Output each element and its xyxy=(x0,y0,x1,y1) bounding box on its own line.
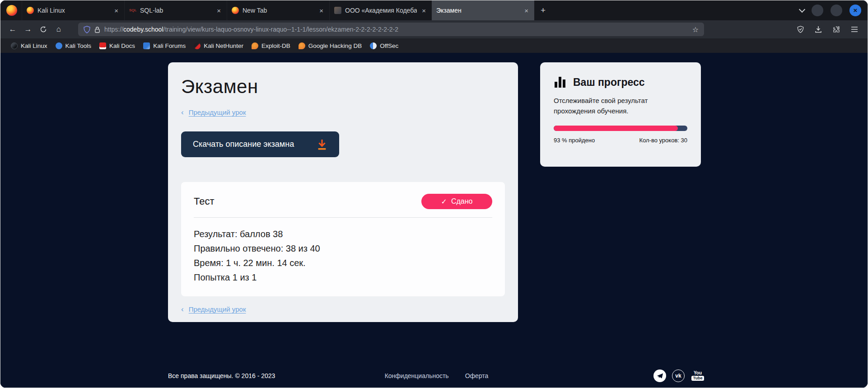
result-attempt-line: Попытка 1 из 1 xyxy=(194,273,492,282)
page-footer: Все права защищены. © 2016 - 2023 Конфид… xyxy=(168,369,705,382)
progress-percent-label: 93 % пройдено xyxy=(554,137,595,144)
firefox-logo-icon xyxy=(6,5,17,16)
page-title: Экзамен xyxy=(181,76,505,98)
bookmark-offsec[interactable]: OffSec xyxy=(366,40,402,51)
bookmark-label: Kali Forums xyxy=(153,42,186,49)
kali-tools-icon xyxy=(56,42,62,49)
divider xyxy=(194,217,492,218)
progress-bar-fill xyxy=(554,126,678,131)
bookmark-kali-nethunter[interactable]: Kali NetHunter xyxy=(190,40,247,51)
tab-kali-linux[interactable]: Kali Linux × xyxy=(22,0,124,20)
site-icon xyxy=(334,7,341,14)
bookmark-label: OffSec xyxy=(380,42,398,49)
previous-lesson-link-top[interactable]: ‹ Предыдущий урок xyxy=(181,108,505,116)
kali-nethunter-icon xyxy=(194,42,201,49)
tab-ekzamen-active[interactable]: Экзамен × xyxy=(432,0,534,20)
telegram-icon[interactable] xyxy=(653,369,666,382)
firefox-icon xyxy=(232,7,239,14)
sql-icon: SQL xyxy=(129,7,136,14)
url-bar[interactable]: https://codeby.school/training/view/kurs… xyxy=(78,23,704,36)
forward-button[interactable]: → xyxy=(20,23,36,36)
new-tab-button[interactable]: + xyxy=(534,5,552,15)
previous-lesson-label: Предыдущий урок xyxy=(189,108,246,116)
close-icon[interactable]: × xyxy=(318,7,325,14)
tab-title: ООО «Академия Кодеба xyxy=(345,7,417,14)
close-icon[interactable]: × xyxy=(420,7,427,14)
extensions-puzzle-icon[interactable] xyxy=(829,23,844,36)
check-icon: ✓ xyxy=(441,197,447,206)
bookmark-label: Exploit-DB xyxy=(261,42,290,49)
downloads-icon[interactable] xyxy=(811,23,826,36)
url-text: https://codeby.school/training/view/kurs… xyxy=(104,26,688,33)
tab-title: SQL-lab xyxy=(140,7,212,14)
bookmark-label: Google Hacking DB xyxy=(308,42,362,49)
tracking-shield-icon[interactable] xyxy=(84,26,90,33)
page-content: Экзамен ‹ Предыдущий урок Скачать описан… xyxy=(0,53,868,388)
bookmark-kali-tools[interactable]: Kali Tools xyxy=(51,40,96,51)
bookmark-label: Kali Linux xyxy=(21,42,47,49)
result-correct-line: Правильно отвечено: 38 из 40 xyxy=(194,244,492,253)
chevron-left-icon: ‹ xyxy=(181,108,184,116)
vk-icon[interactable]: vk xyxy=(672,369,685,382)
bookmarks-bar: Kali Linux Kali Tools Kali Docs Kali For… xyxy=(0,38,868,53)
badge-label: Сдано xyxy=(451,197,473,206)
close-icon[interactable]: × xyxy=(113,7,120,14)
tab-bar: Kali Linux × SQL SQL-lab × New Tab × ООО… xyxy=(0,0,868,20)
bookmark-label: Kali NetHunter xyxy=(204,42,243,49)
youtube-icon[interactable]: You Tube xyxy=(691,369,705,382)
reload-button[interactable] xyxy=(36,23,51,36)
download-button-label: Скачать описание экзамна xyxy=(193,140,294,149)
result-score-line: Результат: баллов 38 xyxy=(194,229,492,238)
close-icon[interactable]: × xyxy=(215,7,222,14)
tab-title: New Tab xyxy=(243,7,314,14)
download-exam-description-button[interactable]: Скачать описание экзамна xyxy=(181,131,339,157)
offsec-icon xyxy=(370,42,377,49)
lock-icon[interactable] xyxy=(94,26,100,33)
google-hacking-db-icon xyxy=(299,42,305,49)
tab-title: Kali Linux xyxy=(37,7,109,14)
tab-sql-lab[interactable]: SQL SQL-lab × xyxy=(124,0,227,20)
window-close-button[interactable]: × xyxy=(849,5,861,16)
minimize-button[interactable] xyxy=(812,5,823,16)
bookmark-star-icon[interactable]: ☆ xyxy=(692,25,699,34)
privacy-link[interactable]: Конфиденциальность xyxy=(385,372,449,379)
progress-card: Ваш прогресс Отслеживайте свой результат… xyxy=(540,62,701,167)
navigation-toolbar: ← → ⌂ https://codeby.school/training/vie… xyxy=(0,20,868,38)
offer-link[interactable]: Оферта xyxy=(465,372,489,379)
maximize-button[interactable] xyxy=(831,5,842,16)
protections-shield-icon[interactable] xyxy=(793,23,808,36)
chevron-left-icon: ‹ xyxy=(181,305,184,313)
list-tabs-chevron-icon[interactable] xyxy=(799,6,805,13)
bookmark-label: Kali Tools xyxy=(65,42,92,49)
back-button[interactable]: ← xyxy=(5,23,20,36)
bookmark-kali-linux[interactable]: Kali Linux xyxy=(7,40,51,51)
progress-title: Ваш прогресс xyxy=(573,76,645,89)
home-button[interactable]: ⌂ xyxy=(51,23,66,36)
menu-hamburger-icon[interactable] xyxy=(847,23,862,36)
close-icon[interactable]: × xyxy=(523,7,530,14)
browser-window: Kali Linux × SQL SQL-lab × New Tab × ООО… xyxy=(0,0,868,388)
previous-lesson-link-bottom[interactable]: ‹ Предыдущий урок xyxy=(181,305,505,313)
bar-chart-icon xyxy=(554,76,566,89)
firefox-icon xyxy=(27,7,34,14)
bookmark-exploit-db[interactable]: Exploit-DB xyxy=(247,40,294,51)
tab-new-tab[interactable]: New Tab × xyxy=(227,0,329,20)
result-time-line: Время: 1 ч. 22 мин. 14 сек. xyxy=(194,258,492,267)
passed-status-badge: ✓ Сдано xyxy=(421,194,492,209)
lessons-count-label: Кол-во уроков: 30 xyxy=(639,137,687,144)
bookmark-kali-forums[interactable]: Kali Forums xyxy=(139,40,190,51)
kali-forums-icon xyxy=(143,42,150,49)
progress-bar xyxy=(554,126,687,131)
exam-card: Экзамен ‹ Предыдущий урок Скачать описан… xyxy=(168,62,518,322)
tab-title: Экзамен xyxy=(436,7,519,14)
download-icon xyxy=(317,139,327,150)
copyright-text: Все права защищены. © 2016 - 2023 xyxy=(168,372,385,379)
test-result-card: Тест ✓ Сдано Результат: баллов 38 Правил… xyxy=(181,182,505,296)
bookmark-label: Kali Docs xyxy=(109,42,135,49)
progress-description: Отслеживайте свой результат прохождения … xyxy=(554,95,667,117)
bookmark-kali-docs[interactable]: Kali Docs xyxy=(95,40,139,51)
test-title: Тест xyxy=(194,196,215,207)
previous-lesson-label: Предыдущий урок xyxy=(189,305,246,313)
bookmark-google-hacking-db[interactable]: Google Hacking DB xyxy=(294,40,366,51)
tab-akademiya-codeby[interactable]: ООО «Академия Кодеба × xyxy=(329,0,432,20)
